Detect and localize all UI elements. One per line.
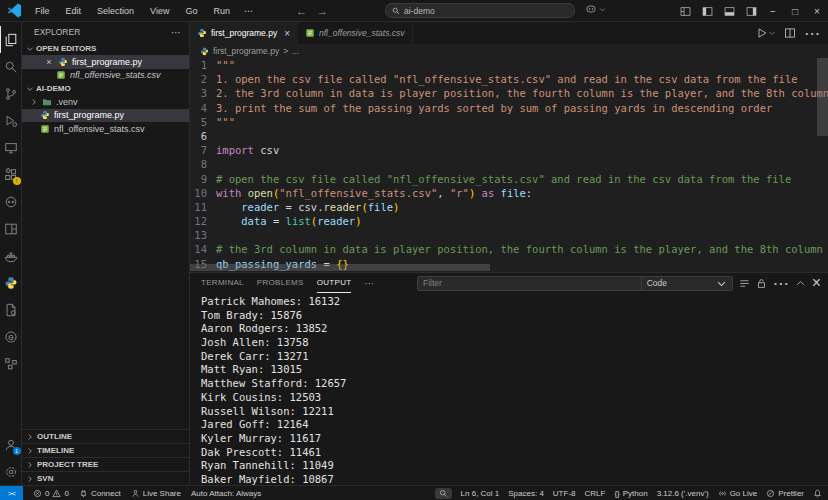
open-editors-header[interactable]: OPEN EDITORS [22,42,189,55]
activity-layouts[interactable] [0,215,22,242]
line-number: 6 [190,129,207,143]
code-line-7[interactable]: 7import csv [190,143,828,157]
menu-go[interactable]: Go [178,4,204,18]
code-line-14[interactable]: 14# the 3rd column in data is player pos… [190,242,828,256]
sidebar-section-timeline[interactable]: TIMELINE [22,443,189,457]
tree-item-nfl-csv[interactable]: nfl_offensive_stats.csv [22,122,189,136]
code-line-10[interactable]: 10with open("nfl_offensive_stats.csv", "… [190,186,828,200]
editor-more-actions[interactable]: ⋯ [804,24,820,43]
notifications-button[interactable] [813,489,822,498]
output-filter-input[interactable] [417,276,647,291]
remote-indicator[interactable]: >< [0,486,23,500]
sidebar-section-svn[interactable]: SVN [22,471,189,485]
activity-docker[interactable] [0,242,22,269]
code-line-3[interactable]: 32. the 3rd column in data is player pos… [190,86,828,100]
code-line-6[interactable]: 6 [190,129,828,143]
activity-extensions[interactable]: ! [0,161,22,188]
open-editor-nfl-csv[interactable]: nfl_offensive_stats.csv [22,69,189,83]
activity-testing[interactable] [0,296,22,323]
tab-first-programe[interactable]: first_programe.py × [190,22,298,44]
activity-remote-explorer[interactable] [0,134,22,161]
code-line-11[interactable]: 11 reader = csv.reader(file) [190,200,828,214]
tree-item-first-programe[interactable]: first_programe.py [22,109,189,123]
maximize-panel-button[interactable] [795,278,806,289]
python-interpreter[interactable]: 3.12.6 ('.venv') [657,489,709,498]
output-channel-select[interactable]: Code [641,276,733,291]
code-line-9[interactable]: 9# open the csv file called "nfl_offensi… [190,172,828,186]
vertical-scrollbar[interactable] [817,58,828,136]
tree-item-venv[interactable]: .venv [22,95,189,109]
settings-button[interactable] [0,458,22,485]
nav-forward-icon[interactable]: → [317,5,328,17]
customize-layout-icon[interactable] [674,0,696,22]
menu-edit[interactable]: Edit [59,4,89,18]
code-line-1[interactable]: 1""" [190,58,828,72]
status-bar: >< 0 0 Connect Live Share Auto Attach: A… [0,485,828,500]
panel-tab-terminal[interactable]: TERMINAL [201,273,244,293]
panel-tabs-more[interactable]: ⋯ [364,278,374,289]
connect-button[interactable]: Connect [79,489,121,498]
panel-tab-output[interactable]: OUTPUT [317,273,352,293]
code-line-8[interactable]: 8 [190,157,828,171]
code-line-2[interactable]: 21. open the csv file called "nfl_offens… [190,72,828,86]
nav-back-icon[interactable]: ← [296,5,307,17]
panel-tab-problems[interactable]: PROBLEMS [257,273,304,293]
activity-snippets[interactable] [0,350,22,377]
activity-gitlens[interactable]: G [0,323,22,350]
workspace-header[interactable]: AI-DEMO [22,82,189,95]
encoding[interactable]: UTF-8 [553,489,576,498]
screencast-zoom-button[interactable] [435,488,452,499]
sidebar-section-outline[interactable]: OUTLINE [22,429,189,443]
language-mode[interactable]: {} Python [614,489,647,498]
tab-nfl-csv[interactable]: nfl_offensive_stats.csv [298,22,413,44]
prettier-status[interactable]: Prettier [766,489,804,498]
tab-close-icon[interactable]: × [284,28,290,39]
cursor-position[interactable]: Ln 6, Col 1 [461,489,500,498]
problems-indicator[interactable]: 0 0 [33,489,69,498]
python-file-icon [58,57,68,67]
split-editor-button[interactable] [784,27,796,39]
explorer-more-actions[interactable]: ⋯ [171,27,181,38]
code-line-12[interactable]: 12 data = list(reader) [190,214,828,228]
clear-output-button[interactable] [739,278,750,289]
menu-selection[interactable]: Selection [90,4,141,18]
code-line-5[interactable]: 5""" [190,115,828,129]
live-share-button[interactable]: Live Share [131,489,181,498]
menu-run[interactable]: Run [206,4,237,18]
panel-more-actions[interactable]: ⋯ [773,274,789,293]
eol-sequence[interactable]: CRLF [585,489,606,498]
copilot-menu[interactable] [585,3,606,15]
menu-more[interactable]: ⋯ [237,4,260,18]
accounts-button[interactable]: 1 [0,431,22,458]
command-center-search[interactable]: ai-demo [385,3,575,18]
lock-scroll-button[interactable] [756,278,767,289]
open-editor-first-programe[interactable]: × first_programe.py [22,55,189,69]
close-button[interactable]: × [806,0,828,22]
activity-search[interactable] [0,53,22,80]
close-panel-button[interactable]: × [812,274,821,292]
toggle-panel-icon[interactable] [718,0,740,22]
indentation[interactable]: Spaces: 4 [508,489,544,498]
toggle-secondary-sidebar-icon[interactable] [740,0,762,22]
activity-explorer[interactable] [0,26,22,53]
auto-attach-button[interactable]: Auto Attach: Always [191,489,261,498]
activity-copilot-chat[interactable] [0,188,22,215]
output-console[interactable]: Patrick Mahomes: 16132Tom Brady: 15876Aa… [190,293,828,487]
maximize-button[interactable]: □ [784,0,806,22]
code-editor[interactable]: 1"""21. open the csv file called "nfl_of… [190,58,828,272]
code-line-13[interactable]: 13 [190,228,828,242]
activity-run-debug[interactable] [0,107,22,134]
horizontal-scrollbar[interactable] [190,264,490,271]
activity-python[interactable] [0,269,22,296]
minimize-button[interactable]: − [762,0,784,22]
menu-file[interactable]: File [28,4,57,18]
sidebar-section-project-tree[interactable]: PROJECT TREE [22,457,189,471]
go-live-button[interactable]: Go Live [718,489,758,498]
toggle-sidebar-icon[interactable] [696,0,718,22]
code-line-4[interactable]: 43. print the sum of the passing yards s… [190,101,828,115]
activity-source-control[interactable] [0,80,22,107]
menu-view[interactable]: View [143,4,176,18]
breadcrumb[interactable]: first_programe.py > ... [190,44,828,58]
run-python-button[interactable] [756,27,776,39]
close-editor-icon[interactable]: × [44,57,54,67]
